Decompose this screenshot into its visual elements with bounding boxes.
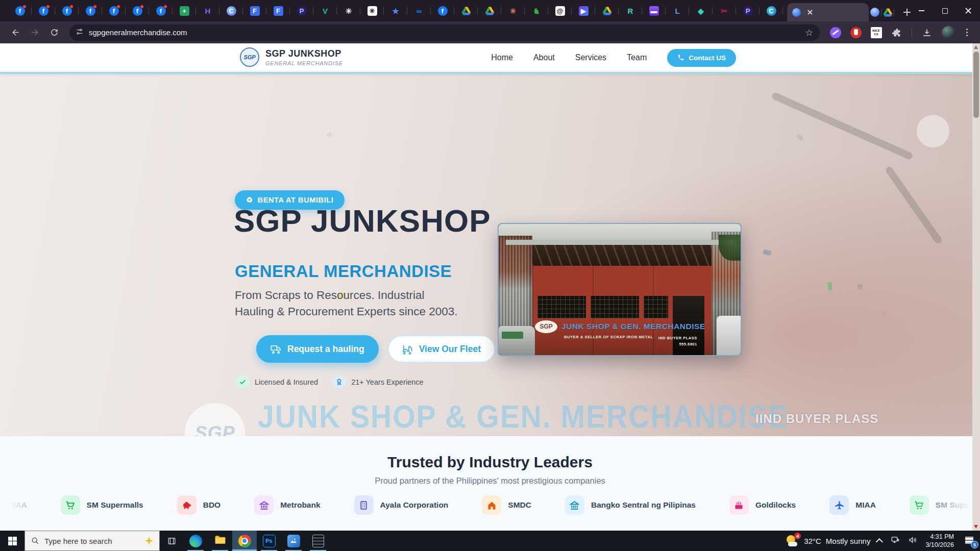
- taskbar-app-notepad[interactable]: [306, 531, 330, 551]
- nav-link-about[interactable]: About: [533, 53, 555, 62]
- h-logo-icon: H: [203, 6, 213, 16]
- c-circle-pinned-tab[interactable]: C: [760, 3, 783, 18]
- volume-icon[interactable]: [908, 535, 918, 547]
- maximize-button[interactable]: [933, 0, 957, 21]
- google-drive-pinned-tab[interactable]: [478, 3, 501, 18]
- f-square-pinned-tab[interactable]: F: [243, 3, 266, 18]
- watermark-sign-text: JUNK SHOP & GEN. MERCHANDISE: [258, 397, 789, 435]
- partner-smdc: SMDC: [482, 495, 531, 515]
- facebook-icon: f: [133, 6, 142, 16]
- facebook-icon: f: [438, 6, 448, 16]
- reload-button[interactable]: [46, 24, 62, 41]
- f-square-pinned-tab[interactable]: F: [266, 3, 290, 18]
- notification-badge: 5: [971, 541, 978, 548]
- robot-pinned-tab[interactable]: ▬: [642, 3, 666, 18]
- tab-close-icon[interactable]: [806, 8, 814, 16]
- facebook-pinned-tab[interactable]: f: [55, 3, 79, 18]
- new-tab-button[interactable]: [899, 5, 906, 20]
- extensions-puzzle-icon[interactable]: [890, 26, 903, 39]
- p-circle-pinned-tab[interactable]: P: [290, 3, 313, 18]
- google-drive-pinned-tab[interactable]: [595, 3, 619, 18]
- gem-pinned-tab[interactable]: ◆: [689, 3, 713, 18]
- taskbar-app-file-explorer[interactable]: [208, 531, 232, 551]
- extension-nice-cx-icon[interactable]: NICE CX: [870, 26, 883, 39]
- partner-sm-supermalls: SM Supermalls: [61, 495, 143, 515]
- site-brand[interactable]: SGP SGP JUNKSHOP GENERAL MERCHANDISE: [240, 47, 343, 67]
- contact-us-button[interactable]: Contact US: [667, 49, 736, 67]
- coil-light-pinned-tab[interactable]: @: [548, 3, 572, 18]
- download-icon: [922, 28, 932, 38]
- scroll-up-arrow[interactable]: [974, 45, 978, 49]
- claude-pinned-tab[interactable]: ☀: [501, 3, 525, 18]
- taskbar-app-edge[interactable]: [183, 531, 208, 551]
- bookmark-star-icon[interactable]: ☆: [805, 27, 813, 38]
- page-viewport: SGP SGP JUNKSHOP GENERAL MERCHANDISE Hom…: [0, 43, 980, 531]
- url-text[interactable]: sgpgeneralmerchandise.com: [89, 28, 800, 37]
- facebook-pinned-tab[interactable]: f: [102, 3, 126, 18]
- notification-center-button[interactable]: 5: [964, 535, 976, 546]
- back-icon: [11, 28, 20, 37]
- task-view-icon: [167, 536, 177, 546]
- photo-sign: SGP JUNK SHOP & GEN. MERCHANDISE: [535, 320, 709, 333]
- l-logo-pinned-tab[interactable]: L: [666, 3, 689, 18]
- video-play-pinned-tab[interactable]: ▶: [572, 3, 595, 18]
- address-bar[interactable]: sgpgeneralmerchandise.com ☆: [69, 24, 820, 41]
- view-fleet-button[interactable]: View Our Fleet: [388, 335, 495, 363]
- search-highlights-icon: [145, 537, 153, 545]
- nav-link-home[interactable]: Home: [491, 53, 513, 62]
- browser-tab-strip: fffffff+HCFFPV✳✳★∞f☀♞@▶R▬L◆✂PC: [0, 0, 980, 21]
- red-tool-pinned-tab[interactable]: ✂: [713, 3, 736, 18]
- active-tab[interactable]: [787, 3, 869, 21]
- facebook-pinned-tab[interactable]: f: [8, 3, 32, 18]
- taskbar-search[interactable]: Type here to search: [24, 531, 160, 551]
- taskbar-app-photos[interactable]: [281, 531, 306, 551]
- google-sheets-pinned-tab[interactable]: +: [173, 3, 196, 18]
- scroll-down-arrow[interactable]: [974, 525, 978, 529]
- facebook-pinned-tab[interactable]: f: [126, 3, 149, 18]
- google-drive-pinned-tab[interactable]: [454, 3, 478, 18]
- r-logo-icon: R: [626, 6, 635, 16]
- chatgpt-pinned-tab[interactable]: ✳: [337, 3, 360, 18]
- v-logo-pinned-tab[interactable]: V: [313, 3, 337, 18]
- nav-link-team[interactable]: Team: [627, 53, 647, 62]
- chatgpt-light-pinned-tab[interactable]: ✳: [360, 3, 384, 18]
- back-button[interactable]: [7, 24, 23, 41]
- downloads-button[interactable]: [920, 26, 934, 39]
- task-view-button[interactable]: [160, 531, 183, 551]
- network-icon[interactable]: [891, 535, 900, 547]
- facebook-pinned-tab[interactable]: f: [32, 3, 55, 18]
- facebook-pinned-tab[interactable]: f: [79, 3, 102, 18]
- check-icon: [236, 375, 250, 389]
- extension-blocker-icon[interactable]: [849, 26, 863, 39]
- tray-expand-icon[interactable]: [876, 538, 883, 545]
- facebook-pinned-tab[interactable]: f: [149, 3, 173, 18]
- scrollbar-thumb[interactable]: [973, 52, 979, 118]
- taskbar-app-chrome[interactable]: [232, 531, 257, 551]
- start-button[interactable]: [0, 531, 24, 551]
- forward-button[interactable]: [27, 24, 43, 41]
- browser-menu-button[interactable]: [961, 29, 973, 37]
- facebook-pinned-tab[interactable]: f: [431, 3, 454, 18]
- meta-pinned-tab[interactable]: ∞: [407, 3, 431, 18]
- p-circle-pinned-tab[interactable]: P: [736, 3, 760, 18]
- knight-pinned-tab[interactable]: ♞: [525, 3, 548, 18]
- nav-link-services[interactable]: Services: [575, 53, 606, 62]
- minimize-button[interactable]: [910, 0, 933, 21]
- trusted-title: Trusted by Industry Leaders: [0, 436, 980, 471]
- page-scrollbar[interactable]: [972, 43, 980, 531]
- gemini-pinned-tab[interactable]: ★: [384, 3, 407, 18]
- c-circle-pinned-tab[interactable]: C: [219, 3, 243, 18]
- taskbar-weather[interactable]: 4 32°C Mostly sunny: [786, 535, 870, 547]
- h-logo-pinned-tab[interactable]: H: [196, 3, 219, 18]
- taskbar-app-photoshop[interactable]: Ps: [257, 531, 281, 551]
- profile-avatar[interactable]: [942, 26, 955, 39]
- close-button[interactable]: [957, 0, 980, 21]
- extension-purple-icon[interactable]: [829, 26, 842, 39]
- tab-3[interactable]: [881, 3, 894, 21]
- pinned-tabs: fffffff+HCFFPV✳✳★∞f☀♞@▶R▬L◆✂PC: [0, 0, 783, 21]
- request-hauling-button[interactable]: Request a hauling: [256, 335, 379, 363]
- tab-2[interactable]: [869, 3, 881, 21]
- r-logo-pinned-tab[interactable]: R: [619, 3, 642, 18]
- taskbar-clock[interactable]: 4:31 PM 3/10/2026: [925, 533, 954, 549]
- site-settings-icon[interactable]: [76, 28, 84, 38]
